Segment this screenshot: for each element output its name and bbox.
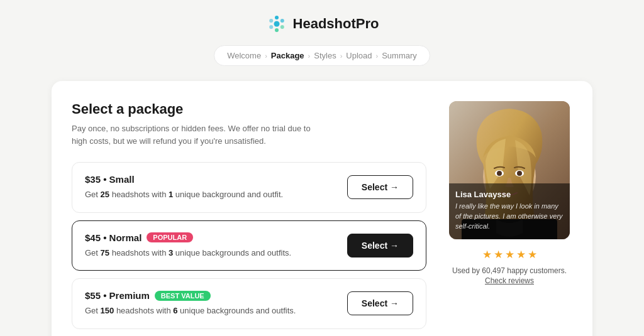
package-premium-desc: Get 150 headshots with 6 unique backgrou… xyxy=(85,305,296,317)
testimonial-card: Lisa Lavaysse I really like the way I lo… xyxy=(449,101,570,239)
best-value-badge: BEST VALUE xyxy=(155,291,211,301)
breadcrumb-sep-4: › xyxy=(376,52,379,60)
select-premium-button[interactable]: Select → xyxy=(347,291,413,315)
svg-point-0 xyxy=(274,21,279,27)
breadcrumb-styles[interactable]: Styles xyxy=(314,51,336,60)
main-card: Select a package Pay once, no subscripti… xyxy=(52,81,592,336)
section-description: Pay once, no subscriptions or hidden fee… xyxy=(72,122,311,147)
svg-point-13 xyxy=(497,171,502,176)
package-normal-title: $45 • Normal xyxy=(85,232,142,243)
breadcrumb-welcome[interactable]: Welcome xyxy=(227,51,261,60)
svg-point-2 xyxy=(280,19,284,23)
popular-badge: POPULAR xyxy=(147,232,193,242)
breadcrumb-sep-1: › xyxy=(265,52,267,60)
star-1: ★ xyxy=(482,248,492,261)
logo-icon xyxy=(265,13,288,35)
svg-point-4 xyxy=(275,28,279,32)
breadcrumb-sep-2: › xyxy=(308,52,311,60)
testimonial-overlay: Lisa Lavaysse I really like the way I lo… xyxy=(449,183,570,239)
breadcrumb-summary[interactable]: Summary xyxy=(382,51,417,60)
package-normal: $45 • Normal POPULAR Get 75 headshots wi… xyxy=(72,220,426,271)
package-normal-title-row: $45 • Normal POPULAR xyxy=(85,232,291,243)
star-4: ★ xyxy=(516,248,526,261)
package-small-info: $35 • Small Get 25 headshots with 1 uniq… xyxy=(85,174,283,201)
breadcrumb-upload[interactable]: Upload xyxy=(346,51,372,60)
svg-point-3 xyxy=(280,25,284,29)
star-2: ★ xyxy=(494,248,503,261)
svg-point-1 xyxy=(275,16,279,19)
package-normal-desc: Get 75 headshots with 3 unique backgroun… xyxy=(85,247,291,259)
package-premium-title: $55 • Premium xyxy=(85,290,150,301)
package-small-title: $35 • Small xyxy=(85,174,135,185)
page-wrapper: HeadshotPro Welcome › Package › Styles ›… xyxy=(0,0,644,336)
svg-point-6 xyxy=(269,19,273,23)
svg-point-5 xyxy=(269,25,273,29)
package-small-desc: Get 25 headshots with 1 unique backgroun… xyxy=(85,188,283,201)
select-normal-button[interactable]: Select → xyxy=(347,234,413,257)
check-reviews-link[interactable]: Check reviews xyxy=(485,276,534,285)
svg-point-14 xyxy=(517,171,522,176)
breadcrumb: Welcome › Package › Styles › Upload › Su… xyxy=(214,45,430,66)
package-small-title-row: $35 • Small xyxy=(85,174,283,185)
select-small-button[interactable]: Select → xyxy=(347,175,413,199)
testimonial-quote: I really like the way I look in many of … xyxy=(455,202,564,232)
header: HeadshotPro xyxy=(265,13,379,35)
testimonial-name: Lisa Lavaysse xyxy=(455,190,564,199)
package-premium-title-row: $55 • Premium BEST VALUE xyxy=(85,290,296,301)
package-premium-info: $55 • Premium BEST VALUE Get 150 headsho… xyxy=(85,290,296,317)
package-small: $35 • Small Get 25 headshots with 1 uniq… xyxy=(72,162,426,213)
star-3: ★ xyxy=(505,248,514,261)
section-title: Select a package xyxy=(72,101,426,117)
package-normal-info: $45 • Normal POPULAR Get 75 headshots wi… xyxy=(85,232,291,259)
star-5: ★ xyxy=(528,248,537,261)
reviews-text: Used by 60,497 happy customers. xyxy=(452,265,567,276)
stars-row: ★ ★ ★ ★ ★ xyxy=(482,248,537,261)
breadcrumb-package[interactable]: Package xyxy=(271,51,304,60)
breadcrumb-sep-3: › xyxy=(340,52,343,60)
logo-text: HeadshotPro xyxy=(293,16,379,32)
left-panel: Select a package Pay once, no subscripti… xyxy=(72,101,426,336)
right-panel: Lisa Lavaysse I really like the way I lo… xyxy=(447,101,572,336)
package-premium: $55 • Premium BEST VALUE Get 150 headsho… xyxy=(72,278,426,329)
